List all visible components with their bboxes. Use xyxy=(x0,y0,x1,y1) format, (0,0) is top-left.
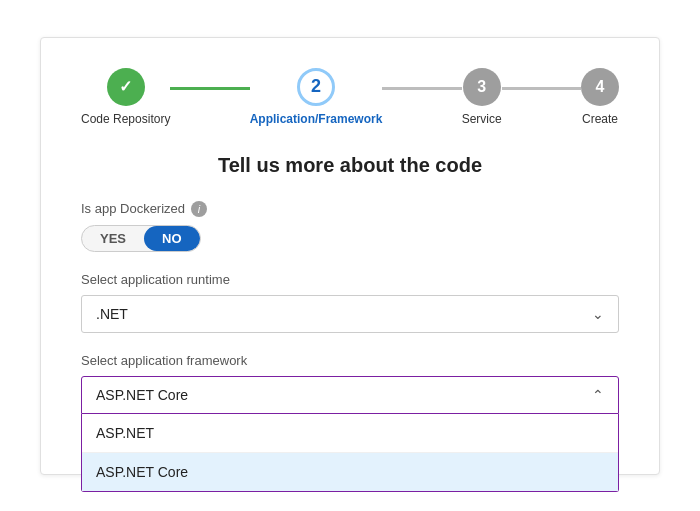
runtime-section: Select application runtime .NET ⌄ xyxy=(81,272,619,333)
page-title: Tell us more about the code xyxy=(81,154,619,177)
dockerized-section: Is app Dockerized i YES NO xyxy=(81,201,619,252)
step-circle-3: 3 xyxy=(463,68,501,106)
step-label-3: Service xyxy=(462,112,502,126)
toggle-no-button[interactable]: NO xyxy=(144,226,200,251)
connector-3 xyxy=(502,87,581,90)
step-label-2: Application/Framework xyxy=(250,112,383,126)
step-circle-2: 2 xyxy=(297,68,335,106)
framework-chevron-up-icon: ⌃ xyxy=(592,387,604,403)
step-label-4: Create xyxy=(582,112,618,126)
step-application-framework: 2 Application/Framework xyxy=(250,68,383,126)
framework-dropdown[interactable]: ASP.NET Core ⌃ xyxy=(81,376,619,414)
dockerized-label: Is app Dockerized i xyxy=(81,201,619,217)
runtime-selected-value: .NET xyxy=(96,306,128,322)
wizard-card: ✓ Code Repository 2 Application/Framewor… xyxy=(40,37,660,475)
runtime-dropdown-wrapper: .NET ⌄ xyxy=(81,295,619,333)
step-circle-1: ✓ xyxy=(107,68,145,106)
dockerized-info-icon[interactable]: i xyxy=(191,201,207,217)
framework-dropdown-list: ASP.NET ASP.NET Core xyxy=(81,414,619,492)
framework-selected-value: ASP.NET Core xyxy=(96,387,188,403)
step-circle-4: 4 xyxy=(581,68,619,106)
connector-2 xyxy=(382,87,461,90)
framework-label: Select application framework xyxy=(81,353,619,368)
runtime-dropdown[interactable]: .NET ⌄ xyxy=(81,295,619,333)
framework-option-aspnet[interactable]: ASP.NET xyxy=(82,414,618,452)
step-service: 3 Service xyxy=(462,68,502,126)
step-create: 4 Create xyxy=(581,68,619,126)
step-label-1: Code Repository xyxy=(81,112,170,126)
connector-1 xyxy=(170,87,249,90)
runtime-label: Select application runtime xyxy=(81,272,619,287)
framework-section: Select application framework ASP.NET Cor… xyxy=(81,353,619,414)
dockerized-toggle[interactable]: YES NO xyxy=(81,225,201,252)
step-code-repository: ✓ Code Repository xyxy=(81,68,170,126)
toggle-yes-button[interactable]: YES xyxy=(82,226,144,251)
framework-dropdown-wrapper: ASP.NET Core ⌃ ASP.NET ASP.NET Core xyxy=(81,376,619,414)
framework-option-aspnet-core[interactable]: ASP.NET Core xyxy=(82,452,618,491)
stepper: ✓ Code Repository 2 Application/Framewor… xyxy=(81,68,619,126)
runtime-chevron-down-icon: ⌄ xyxy=(592,306,604,322)
